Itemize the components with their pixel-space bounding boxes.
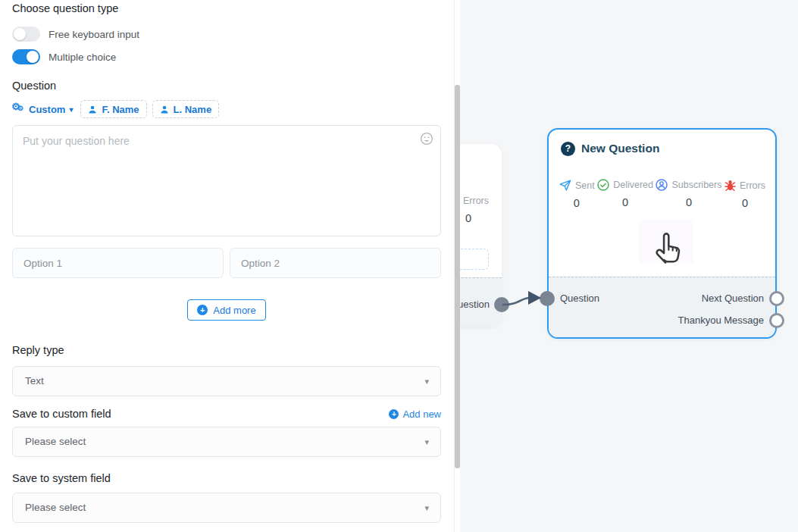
- caret-down-icon: ▾: [424, 367, 429, 396]
- output-port-connected[interactable]: [494, 297, 509, 312]
- output-port-label: Thankyou Message: [678, 313, 764, 328]
- choose-question-type-label: Choose question type: [12, 3, 441, 14]
- reply-type-select[interactable]: Text ▾: [12, 366, 441, 396]
- free-keyboard-toggle[interactable]: [12, 27, 40, 42]
- input-port-question[interactable]: [540, 291, 555, 306]
- custom-field-select[interactable]: Please select ▾: [12, 427, 441, 457]
- person-icon: [88, 105, 97, 114]
- custom-dropdown-button[interactable]: ⚙⚙ Custom ▾: [12, 103, 75, 115]
- stat-label: Errors: [463, 196, 489, 206]
- check-circle-icon: [597, 179, 609, 191]
- output-port-next-question[interactable]: [769, 291, 784, 306]
- output-port-label: Next Question: [702, 291, 764, 306]
- caret-down-icon: ▾: [424, 493, 429, 522]
- question-textarea[interactable]: [13, 126, 440, 236]
- multiple-choice-toggle[interactable]: [12, 49, 40, 64]
- question-badge-icon: ?: [561, 142, 575, 156]
- node-header: ? New Question: [549, 130, 775, 156]
- toggle-label: Multiple choice: [49, 52, 116, 63]
- bug-icon: [724, 179, 736, 192]
- save-system-field-label: Save to system field: [12, 473, 441, 484]
- stat-delivered: Delivered 0: [597, 179, 653, 209]
- person-icon: [160, 105, 169, 114]
- output-port-thankyou-message[interactable]: [769, 313, 784, 328]
- gears-icon: ⚙⚙: [12, 103, 25, 115]
- send-icon: [559, 179, 571, 192]
- caret-down-icon: ▾: [69, 105, 73, 114]
- input-port-label: Question: [560, 291, 599, 306]
- reply-type-label: Reply type: [12, 345, 441, 356]
- scrollbar-thumb[interactable]: [455, 85, 460, 468]
- hand-cursor-icon: [653, 227, 687, 267]
- question-settings-panel: Choose question type Free keyboard input…: [0, 0, 455, 532]
- caret-down-icon: ▾: [424, 427, 429, 456]
- toggle-row-free-keyboard: Free keyboard input: [12, 27, 441, 42]
- node-footer: Question Next Question Thankyou Message: [549, 277, 775, 337]
- plus-circle-icon: +: [197, 305, 208, 315]
- stat-sent: Sent 0: [559, 179, 595, 209]
- subscriber-icon: [656, 179, 668, 191]
- save-custom-field-label: Save to custom field: [12, 408, 111, 420]
- stat-errors: Errors 0: [724, 179, 765, 209]
- add-new-link[interactable]: + Add new: [389, 408, 441, 420]
- tag-button-lname[interactable]: L. Name: [152, 100, 220, 118]
- panel-scrollbar[interactable]: [455, 0, 460, 532]
- add-more-button[interactable]: + Add more: [187, 299, 265, 321]
- tag-button-fname[interactable]: F. Name: [80, 100, 146, 118]
- node-new-question[interactable]: ? New Question Sent 0: [547, 128, 777, 339]
- toggle-label: Free keyboard input: [49, 29, 139, 40]
- stat-subscribers: Subscribers 0: [656, 179, 721, 209]
- options-row: [12, 248, 441, 278]
- toggle-row-multiple-choice: Multiple choice: [12, 49, 441, 64]
- system-field-select[interactable]: Please select ▾: [12, 493, 441, 523]
- option-1-input[interactable]: [12, 248, 224, 278]
- option-2-input[interactable]: [230, 248, 441, 278]
- merge-tags-row: ⚙⚙ Custom ▾ F. Name L. Name: [12, 100, 441, 118]
- question-textarea-wrap: [12, 125, 441, 236]
- node-title: New Question: [581, 141, 659, 156]
- node-stats-row: Sent 0 Delivered 0: [549, 179, 775, 209]
- emoji-picker-icon[interactable]: [420, 132, 433, 146]
- question-label: Question: [12, 80, 441, 92]
- plus-circle-icon: +: [389, 409, 399, 419]
